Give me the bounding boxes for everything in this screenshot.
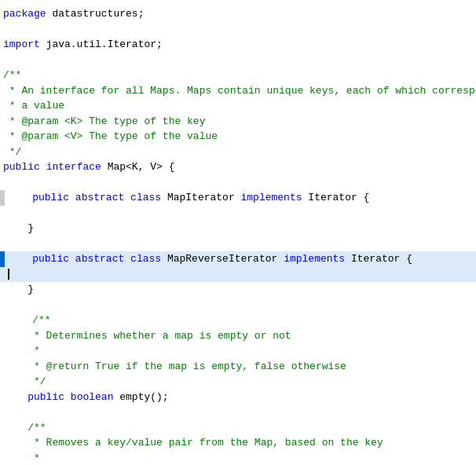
code-line-23: * xyxy=(0,343,476,359)
code-line-18 xyxy=(0,267,476,283)
code-line-21: /** xyxy=(0,313,476,328)
code-line-12 xyxy=(0,175,476,191)
code-line-3: import java.util.Iterator; xyxy=(0,37,476,53)
code-line-14 xyxy=(0,206,476,222)
code-line-28: /** xyxy=(0,420,476,436)
code-line-11: public interface Map<K, V> { xyxy=(0,159,476,175)
code-line-7: * a value xyxy=(0,98,476,114)
code-line-19: } xyxy=(0,282,476,298)
code-line-1: package datastructures; xyxy=(0,6,476,22)
code-line-15: } xyxy=(0,221,476,236)
code-line-22: * Determines whether a map is empty or n… xyxy=(0,328,476,344)
code-line-30: * xyxy=(0,451,476,466)
code-line-13: public abstract class MapIterator implem… xyxy=(0,190,476,206)
code-line-10: */ xyxy=(0,145,476,160)
code-line-17: public abstract class MapReverseIterator… xyxy=(0,251,476,267)
code-line-6: * An interface for all Maps. Maps contai… xyxy=(0,83,476,99)
code-line-2 xyxy=(0,22,476,38)
code-line-29: * Removes a key/value pair from the Map,… xyxy=(0,435,476,451)
code-line-20 xyxy=(0,298,476,313)
code-line-25: */ xyxy=(0,374,476,390)
code-line-24: * @return True if the map is empty, fals… xyxy=(0,359,476,375)
code-line-16 xyxy=(0,236,476,252)
code-line-9: * @param <V> The type of the value xyxy=(0,129,476,145)
code-line-5: /** xyxy=(0,68,476,83)
code-editor: package datastructures; import java.util… xyxy=(0,0,476,465)
code-line-27 xyxy=(0,405,476,420)
code-line-4 xyxy=(0,53,476,68)
code-line-26: public boolean empty(); xyxy=(0,390,476,405)
code-line-8: * @param <K> The type of the key xyxy=(0,114,476,130)
